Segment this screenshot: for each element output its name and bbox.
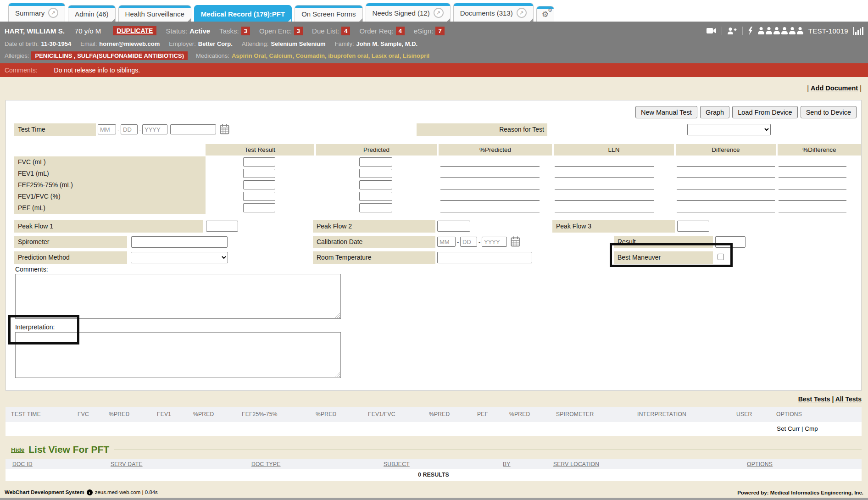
divider [722,27,722,35]
reason-for-test-label: Reason for Test [417,123,547,136]
tab-health-surveillance[interactable]: Health Surveillance [118,5,191,22]
col-header: FEV1/FVC [368,411,395,417]
room-temperature-input[interactable] [437,252,532,263]
test-time-time-input[interactable] [170,124,216,134]
tasks-badge[interactable]: 3 [241,27,250,35]
order-req-badge[interactable]: 4 [396,27,405,35]
doc-type-header[interactable]: DOC TYPE [251,461,281,467]
add-user-icon[interactable] [727,27,737,35]
calibration-day-input[interactable] [460,237,477,247]
main-content: | Add Document | New Manual Test Graph L… [0,77,868,500]
all-tests-link[interactable]: All Tests [835,395,862,403]
peak-flow-3-label: Peak Flow 3 [552,220,675,233]
test-time-day-input[interactable] [121,124,138,134]
serv-location-header[interactable]: SERV LOCATION [553,461,599,467]
form-comments-label: Comments: [15,266,48,273]
options-header[interactable]: OPTIONS [747,461,773,467]
bar-chart-icon[interactable] [853,27,863,35]
peak-flow-1-label: Peak Flow 1 [14,220,203,233]
lightning-icon[interactable] [748,27,753,35]
fev1fvc-predicted-input[interactable] [359,192,392,201]
value-line [677,166,775,167]
col-difference: Difference [676,144,776,156]
peak-flow-3-input[interactable] [677,221,709,232]
calendar-icon[interactable] [511,236,520,247]
family-label: Family: [335,40,354,47]
add-document-link[interactable]: Add Document [811,84,858,92]
load-from-device-button[interactable]: Load From Device [732,106,797,118]
external-link-icon[interactable]: ↗ [48,8,58,18]
pef-test-result-input[interactable] [243,203,275,212]
patient-silhouettes-icon[interactable] [758,27,803,34]
fev1-test-result-input[interactable] [243,169,275,178]
value-line [555,200,654,201]
info-icon[interactable]: i [87,489,93,495]
reason-for-test-select[interactable] [687,124,771,135]
fef-predicted-input[interactable] [359,180,392,189]
form-buttons: New Manual Test Graph Load From Device S… [635,106,857,118]
external-link-icon[interactable]: ↗ [517,8,527,18]
test-time-year-input[interactable] [142,124,167,134]
graph-button[interactable]: Graph [700,106,729,118]
by-header[interactable]: BY [503,461,511,467]
fef-test-result-input[interactable] [243,180,275,189]
fvc-predicted-input[interactable] [359,157,392,167]
video-camera-icon[interactable] [707,28,717,34]
external-link-icon[interactable]: ↗ [434,8,444,18]
result-input[interactable] [715,236,746,248]
send-to-device-button[interactable]: Send to Device [801,106,857,118]
subject-header[interactable]: SUBJECT [384,461,410,467]
serv-date-header[interactable]: SERV DATE [111,461,143,467]
fvc-test-result-input[interactable] [243,157,275,167]
duplicate-badge[interactable]: DUPLICATE [113,26,156,35]
esign-badge[interactable]: 7 [435,27,444,35]
tab-on-screen-forms[interactable]: On Screen Forms [295,5,362,22]
best-tests-link[interactable]: Best Tests [798,395,830,403]
hide-link[interactable]: Hide [11,446,24,453]
best-maneuver-checkbox[interactable] [718,254,724,260]
value-line [440,178,540,178]
peak-flow-2-input[interactable] [437,221,470,232]
employer-value: Better Corp. [198,40,233,47]
patient-comments-bar: Comments: Do not release info to sibling… [0,63,868,77]
tab-documents[interactable]: Documents (313) ↗ [453,3,534,22]
peak-flow-1-input[interactable] [206,221,238,232]
tab-needs-signed[interactable]: Needs Signed (12) ↗ [366,3,451,22]
open-enc-badge[interactable]: 3 [294,27,303,35]
pef-predicted-input[interactable] [359,203,392,212]
value-line [677,178,775,178]
row-label: FEV1/FVC (%) [14,191,206,202]
doc-id-header[interactable]: DOC ID [12,461,33,467]
tab-medical-record[interactable]: Medical Record (179):PFT [194,5,292,22]
fev1fvc-test-result-input[interactable] [243,192,275,201]
fev1-predicted-input[interactable] [359,169,392,178]
settings-tab[interactable]: ⚙⚙ [536,6,554,22]
row-label: FEF25%-75% (mL) [14,179,206,191]
tab-admin[interactable]: Admin (46) [68,5,115,22]
value-line [555,178,654,178]
interpretation-textarea[interactable] [16,333,340,378]
set-curr-cmp-links[interactable]: Set Curr | Cmp [777,425,818,432]
allergies-badge[interactable]: PENICILLINS , SULFA(SULFONAMIDE ANTIBIOT… [31,51,188,60]
medications-list[interactable]: Aspirin Oral, Calcium, Coumadin, ibuprof… [232,52,429,59]
new-manual-test-button[interactable]: New Manual Test [635,106,697,118]
email-value: horner@mieweb.com [99,40,160,47]
form-comments-textarea[interactable] [16,274,340,318]
due-list-badge[interactable]: 4 [341,27,350,35]
status-value: Active [189,27,210,35]
person-icon [758,27,764,34]
tab-summary[interactable]: Summary ↗ [8,3,65,22]
col-header: %PRED [429,411,450,417]
spirometer-input[interactable] [131,236,228,248]
calendar-icon[interactable] [220,124,229,134]
footer-host[interactable]: zeus.med-web.com [95,489,141,495]
gears-icon: ⚙⚙ [542,11,549,18]
person-icon [773,27,780,34]
calibration-month-input[interactable] [437,237,456,247]
tab-label: Needs Signed (12) [373,9,430,17]
prediction-method-label: Prediction Method [14,251,127,264]
calibration-year-input[interactable] [482,237,507,247]
test-time-month-input[interactable] [98,124,116,134]
prediction-method-select[interactable] [131,252,228,263]
divider [742,27,743,35]
